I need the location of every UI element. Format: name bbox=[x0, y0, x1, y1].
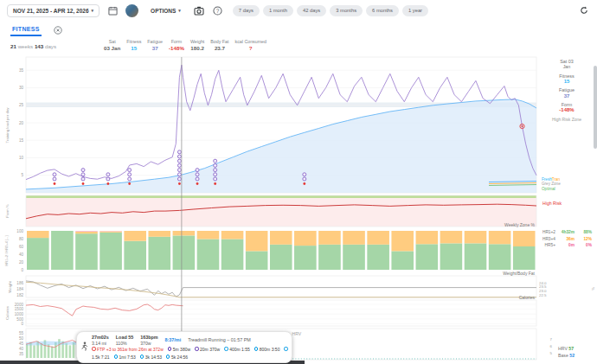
risk-zone-label: High Risk Zone bbox=[540, 117, 594, 122]
svg-text:5: 5 bbox=[550, 351, 553, 355]
options-label: OPTIONS bbox=[151, 8, 176, 14]
svg-text:35: 35 bbox=[19, 352, 24, 356]
refresh-icon[interactable] bbox=[578, 4, 590, 16]
hr-row-5: HR5+0m0% bbox=[538, 243, 595, 247]
days-count: 143 bbox=[35, 43, 43, 49]
range-pills: 7 days 1 month 42 days 3 months 6 months… bbox=[233, 5, 428, 16]
weeks-label: weeks bbox=[18, 43, 34, 49]
scrollbar[interactable] bbox=[594, 66, 597, 149]
svg-text:HR1+2 / HR3+4 [...]: HR1+2 / HR3+4 [...] bbox=[4, 235, 9, 265]
stat-form: Form-148% bbox=[169, 39, 184, 51]
date-range-label: NOV 21, 2025 - APR 12, 2026 bbox=[13, 8, 89, 14]
svg-text:0: 0 bbox=[21, 268, 23, 272]
calendar-icon[interactable] bbox=[106, 4, 119, 16]
tab-fitness[interactable]: FITNESS bbox=[10, 24, 42, 36]
pace-best-icon bbox=[254, 347, 259, 351]
duration-distance: 27m02s3.14 mi bbox=[92, 335, 109, 346]
svg-text:0: 0 bbox=[21, 322, 23, 326]
power-best-icon bbox=[168, 347, 172, 351]
stat-kcal: kcal Consumed? bbox=[235, 39, 267, 51]
svg-text:20: 20 bbox=[19, 260, 24, 265]
svg-text:Weekly Zone %: Weekly Zone % bbox=[504, 222, 535, 227]
svg-text:50: 50 bbox=[19, 336, 24, 341]
svg-text:55: 55 bbox=[19, 331, 24, 335]
days-label: days bbox=[45, 43, 56, 49]
svg-text:40: 40 bbox=[19, 252, 24, 257]
stat-bodyfat: Body Fat23.7 bbox=[210, 39, 228, 51]
tooltip-bests-row-2: 1.5k 7:21 1mi 7:53 3k 14:53 5k 24:56 bbox=[92, 354, 188, 360]
hr-zone-summary: HR1+24h32m88% HR3+436m12% HR5+0m0% bbox=[538, 230, 595, 250]
ftp-icon bbox=[92, 347, 96, 351]
ftp-change-note[interactable]: FTP +3 to 361w from 26m at 372w bbox=[92, 347, 164, 352]
best-400m[interactable]: 400m 1:55 bbox=[224, 347, 250, 352]
svg-text:30: 30 bbox=[19, 86, 24, 90]
best-1500m[interactable]: 1.5k 7:21 bbox=[92, 354, 110, 360]
options-button[interactable]: OPTIONS ▾ bbox=[145, 7, 186, 15]
rp-fitness-value: 15 bbox=[540, 79, 594, 84]
activity-tooltip: 27m02s3.14 mi Load 55110% 163bpm370w 8:3… bbox=[76, 331, 292, 363]
svg-text:HRV: HRV bbox=[292, 331, 302, 336]
svg-text:500: 500 bbox=[16, 317, 23, 322]
tooltip-summary-row: 27m02s3.14 mi Load 55110% 163bpm370w 8:3… bbox=[92, 335, 251, 346]
svg-text:%: % bbox=[591, 287, 595, 291]
pace-best-icon bbox=[224, 347, 228, 351]
rp-form-value: -148% bbox=[540, 107, 594, 112]
svg-text:Calories: Calories bbox=[519, 295, 536, 300]
hr-power: 163bpm370w bbox=[140, 335, 157, 346]
tooltip-bests-row-1: FTP +3 to 361w from 26m at 372w 5m 380w … bbox=[92, 347, 288, 352]
svg-text:?: ? bbox=[216, 7, 220, 13]
svg-text:45: 45 bbox=[19, 342, 24, 346]
caret-down-icon: ▾ bbox=[178, 8, 181, 13]
best-5k[interactable]: 5k 24:56 bbox=[166, 354, 188, 360]
best-5m[interactable]: 5m 380w bbox=[168, 347, 190, 352]
camera-icon[interactable] bbox=[193, 4, 205, 16]
pace-best-icon bbox=[166, 354, 170, 359]
stats-header: 21 weeks 143 days Sat03 Jan Fitness15 Fa… bbox=[0, 38, 597, 55]
svg-text:35: 35 bbox=[19, 68, 24, 73]
pill-3-months[interactable]: 3 months bbox=[330, 5, 363, 16]
svg-text:22.5: 22.5 bbox=[539, 293, 547, 297]
cursor-fitness: Fitness 15 bbox=[540, 73, 594, 85]
stat-date: Sat03 Jan bbox=[104, 39, 120, 51]
svg-text:10: 10 bbox=[19, 156, 24, 160]
cursor-info-panel: Sat 03Jan Fitness 15 Fatigue 37 Form -14… bbox=[540, 59, 594, 122]
svg-text:Weight: Weight bbox=[8, 280, 12, 292]
cursor-form: Form -148% bbox=[540, 102, 594, 113]
svg-text:2000: 2000 bbox=[15, 303, 24, 307]
rp-fatigue-value: 37 bbox=[540, 93, 594, 99]
weeks-count: 21 bbox=[10, 43, 16, 49]
svg-text:186: 186 bbox=[16, 281, 23, 285]
best-1mi[interactable]: 1mi 7:53 bbox=[114, 354, 136, 360]
help-icon[interactable]: ? bbox=[212, 4, 224, 16]
best-20m[interactable]: 20m 370w bbox=[195, 347, 220, 352]
svg-text:100: 100 bbox=[16, 229, 23, 233]
hrv-summary: HRV 57 Base 52 bbox=[558, 345, 575, 360]
best-3k[interactable]: 3k 14:53 bbox=[140, 354, 162, 360]
tab-fitness-label: FITNESS bbox=[12, 26, 40, 32]
pill-1-year[interactable]: 1 year bbox=[402, 5, 428, 16]
svg-text:Weight/Body Fat: Weight/Body Fat bbox=[503, 271, 535, 276]
close-tab-icon[interactable] bbox=[52, 24, 64, 36]
svg-text:6: 6 bbox=[550, 344, 553, 348]
pill-42-days[interactable]: 42 days bbox=[297, 5, 326, 16]
svg-text:15: 15 bbox=[19, 138, 24, 143]
running-icon bbox=[80, 341, 88, 356]
activity-title[interactable]: Treadmill Running – 01:57 PM bbox=[188, 335, 251, 342]
pace-value: 8:37/mi bbox=[165, 335, 182, 342]
stats-columns: Sat03 Jan Fitness15 Fatigue37 Form-148% … bbox=[104, 39, 266, 51]
svg-text:25: 25 bbox=[19, 103, 24, 107]
hr-row-1-2: HR1+24h32m88% bbox=[538, 230, 595, 234]
svg-text:80: 80 bbox=[19, 237, 24, 241]
power-best-icon bbox=[195, 347, 199, 351]
svg-text:182: 182 bbox=[16, 293, 23, 297]
fitness-dashboard: 5101520253035020406080100186184182200015… bbox=[0, 0, 597, 364]
high-risk-label: High Risk bbox=[542, 201, 562, 206]
pill-6-months[interactable]: 6 months bbox=[366, 5, 399, 16]
pill-7-days[interactable]: 7 days bbox=[233, 5, 260, 16]
avatar[interactable] bbox=[125, 4, 138, 17]
svg-text:20: 20 bbox=[19, 121, 24, 125]
best-800m[interactable]: 800m 3:50 bbox=[254, 347, 280, 352]
date-range-button[interactable]: NOV 21, 2025 - APR 12, 2026 ▾ bbox=[7, 4, 100, 17]
period-summary: 21 weeks 143 days bbox=[10, 43, 56, 49]
pill-1-month[interactable]: 1 month bbox=[263, 5, 293, 16]
